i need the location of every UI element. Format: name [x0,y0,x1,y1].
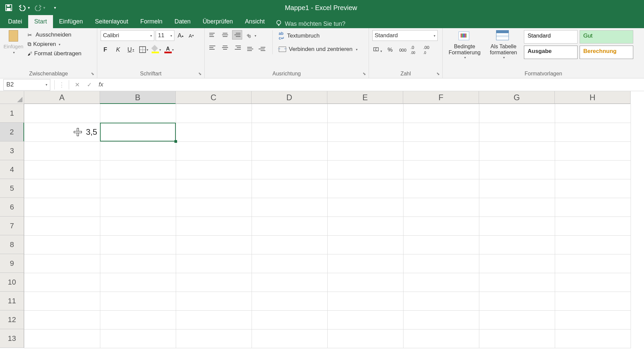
align-center-button[interactable] [220,43,230,52]
percent-button[interactable]: % [385,47,395,53]
cell-E1[interactable] [327,104,403,123]
enter-formula-button[interactable]: ✓ [83,81,95,88]
cell-E3[interactable] [327,141,403,160]
cell-D10[interactable] [252,273,327,292]
cell-C4[interactable] [176,160,252,179]
cell-B7[interactable] [100,217,176,235]
row-header-5[interactable]: 5 [0,179,24,198]
cell-A10[interactable] [24,273,100,292]
row-header-12[interactable]: 12 [0,310,24,329]
row-header-4[interactable]: 4 [0,160,24,179]
style-ausgabe[interactable]: Ausgabe [524,46,578,59]
row-header-8[interactable]: 8 [0,235,24,254]
dialog-launcher-icon[interactable]: ⬊ [363,71,367,76]
cell-G12[interactable] [479,310,555,329]
cell-D3[interactable] [252,141,327,160]
col-header-C[interactable]: C [176,91,252,104]
increase-font-button[interactable]: A▴ [176,31,185,40]
cell-F4[interactable] [403,160,479,179]
decrease-decimal-button[interactable]: .00.0 [423,45,433,55]
cell-G2[interactable] [479,123,555,141]
cell-F5[interactable] [403,179,479,198]
cell-B11[interactable] [100,292,176,310]
cell-F3[interactable] [403,141,479,160]
cell-F13[interactable] [403,329,479,348]
undo-button[interactable]: ▾ [18,2,30,14]
cell-G8[interactable] [479,235,555,254]
format-as-table-button[interactable]: Als Tabelle formatieren▾ [485,30,522,59]
row-header-7[interactable]: 7 [0,217,24,235]
cell-D6[interactable] [252,198,327,217]
decrease-font-button[interactable]: A▾ [186,31,196,40]
cell-H13[interactable] [555,329,631,348]
cell-C2[interactable] [176,123,252,141]
cell-G11[interactable] [479,292,555,310]
style-standard[interactable]: Standard [524,30,578,44]
cell-F12[interactable] [403,310,479,329]
cell-C3[interactable] [176,141,252,160]
cell-A3[interactable] [24,141,100,160]
row-header-13[interactable]: 13 [0,329,24,348]
row-header-11[interactable]: 11 [0,292,24,310]
col-header-B[interactable]: B [100,91,176,104]
cell-H1[interactable] [555,104,631,123]
cell-H12[interactable] [555,310,631,329]
cell-D5[interactable] [252,179,327,198]
cell-H6[interactable] [555,198,631,217]
align-right-button[interactable] [232,43,242,52]
cell-D4[interactable] [252,160,327,179]
cell-G10[interactable] [479,273,555,292]
cell-C13[interactable] [176,329,252,348]
cell-E11[interactable] [327,292,403,310]
cell-C11[interactable] [176,292,252,310]
cell-B6[interactable] [100,198,176,217]
tab-ansicht[interactable]: Ansicht [239,15,271,28]
cell-A11[interactable] [24,292,100,310]
border-button[interactable]: ▾ [139,45,148,54]
cell-H11[interactable] [555,292,631,310]
tab-start[interactable]: Start [28,15,53,28]
cell-B1[interactable] [100,104,176,123]
align-left-button[interactable] [208,43,218,52]
col-header-A[interactable]: A [24,91,100,104]
row-header-1[interactable]: 1 [0,104,24,123]
align-bottom-button[interactable] [232,30,242,40]
cell-D13[interactable] [252,329,327,348]
increase-indent-button[interactable] [258,45,268,54]
col-header-F[interactable]: F [403,91,479,104]
cell-D9[interactable] [252,254,327,273]
tab-datei[interactable]: Datei [2,15,28,28]
cell-B5[interactable] [100,179,176,198]
align-top-button[interactable] [208,30,218,40]
conditional-formatting-button[interactable]: Bedingte Formatierung▾ [446,30,483,59]
functions-menu-icon[interactable]: ⋮ [57,81,67,88]
decrease-indent-button[interactable] [247,45,256,54]
cell-H3[interactable] [555,141,631,160]
cell-E7[interactable] [327,217,403,235]
col-header-E[interactable]: E [327,91,403,104]
cell-E5[interactable] [327,179,403,198]
cell-D7[interactable] [252,217,327,235]
select-all-corner[interactable] [0,91,24,104]
row-header-6[interactable]: 6 [0,198,24,217]
tab-formeln[interactable]: Formeln [134,15,168,28]
redo-button[interactable]: ▾ [34,2,46,14]
increase-decimal-button[interactable]: .0.00 [411,45,421,55]
cell-E6[interactable] [327,198,403,217]
cell-H5[interactable] [555,179,631,198]
font-name-combo[interactable]: Calibri▾ [101,30,154,41]
dialog-launcher-icon[interactable]: ⬊ [436,71,441,76]
cell-D1[interactable] [252,104,327,123]
tab-seitenlayout[interactable]: Seitenlayout [89,15,134,28]
cell-E8[interactable] [327,235,403,254]
italic-button[interactable]: K [113,45,123,54]
cell-C8[interactable] [176,235,252,254]
cell-G3[interactable] [479,141,555,160]
cell-H10[interactable] [555,273,631,292]
tab-daten[interactable]: Daten [168,15,197,28]
cell-A12[interactable] [24,310,100,329]
paste-button[interactable]: Einfügen ▾ [3,30,23,58]
cell-A13[interactable] [24,329,100,348]
cell-H7[interactable] [555,217,631,235]
insert-function-button[interactable]: fx [95,81,107,88]
